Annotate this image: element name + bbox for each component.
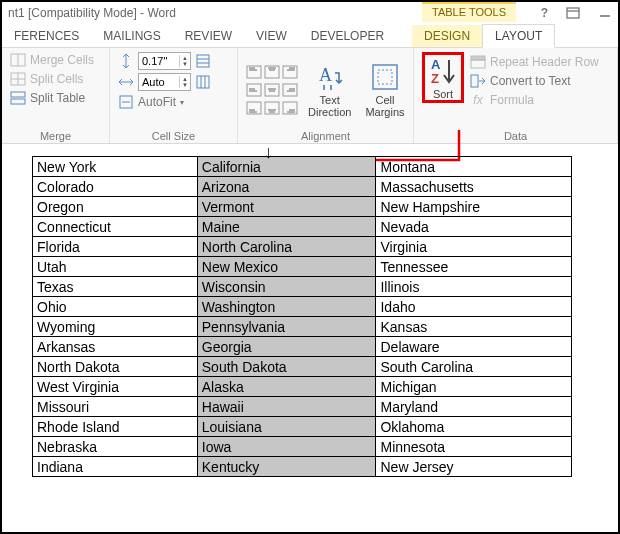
- ribbon: Merge Cells Split Cells Split Table Merg…: [2, 48, 618, 144]
- table-cell[interactable]: Wisconsin: [197, 277, 376, 297]
- table-cell[interactable]: Missouri: [33, 397, 198, 417]
- table-cell[interactable]: Illinois: [376, 277, 572, 297]
- table-cell[interactable]: Kansas: [376, 317, 572, 337]
- table-cell[interactable]: New York: [33, 157, 198, 177]
- tab-view[interactable]: VIEW: [244, 25, 299, 47]
- table-cell[interactable]: North Dakota: [33, 357, 198, 377]
- align-bot-left-icon[interactable]: [246, 100, 262, 116]
- distribute-rows-icon[interactable]: [195, 53, 211, 69]
- table-cell[interactable]: Iowa: [197, 437, 376, 457]
- split-table-button[interactable]: Split Table: [10, 90, 94, 106]
- align-bot-right-icon[interactable]: [282, 100, 298, 116]
- table-cell[interactable]: Washington: [197, 297, 376, 317]
- table-cell[interactable]: New Mexico: [197, 257, 376, 277]
- states-table[interactable]: New YorkCaliforniaMontanaColoradoArizona…: [32, 156, 572, 477]
- table-cell[interactable]: Texas: [33, 277, 198, 297]
- row-height-control[interactable]: ▲▼: [118, 52, 211, 70]
- table-cell[interactable]: California: [197, 157, 376, 177]
- tab-mailings[interactable]: MAILINGS: [91, 25, 172, 47]
- table-cell[interactable]: Idaho: [376, 297, 572, 317]
- autofit-button[interactable]: AutoFit ▾: [118, 94, 211, 110]
- table-cell[interactable]: Colorado: [33, 177, 198, 197]
- table-cell[interactable]: Maryland: [376, 397, 572, 417]
- table-row[interactable]: FloridaNorth CarolinaVirginia: [33, 237, 572, 257]
- distribute-cols-icon[interactable]: [195, 74, 211, 90]
- table-cell[interactable]: North Carolina: [197, 237, 376, 257]
- align-top-right-icon[interactable]: [282, 64, 298, 80]
- table-cell[interactable]: South Carolina: [376, 357, 572, 377]
- table-cell[interactable]: Nebraska: [33, 437, 198, 457]
- convert-to-text-button[interactable]: Convert to Text: [470, 73, 599, 89]
- sort-button[interactable]: A Z Sort: [422, 52, 464, 103]
- height-down[interactable]: ▼: [180, 61, 190, 67]
- table-cell[interactable]: Arkansas: [33, 337, 198, 357]
- align-top-center-icon[interactable]: [264, 64, 280, 80]
- table-row[interactable]: OregonVermontNew Hampshire: [33, 197, 572, 217]
- table-cell[interactable]: Utah: [33, 257, 198, 277]
- table-cell[interactable]: Pennsylvania: [197, 317, 376, 337]
- table-row[interactable]: North DakotaSouth DakotaSouth Carolina: [33, 357, 572, 377]
- table-cell[interactable]: New Jersey: [376, 457, 572, 477]
- help-icon[interactable]: ?: [541, 6, 548, 20]
- table-cell[interactable]: West Virginia: [33, 377, 198, 397]
- col-width-control[interactable]: ▲▼: [118, 73, 211, 91]
- table-cell[interactable]: Georgia: [197, 337, 376, 357]
- table-cell[interactable]: Delaware: [376, 337, 572, 357]
- table-cell[interactable]: Maine: [197, 217, 376, 237]
- table-row[interactable]: New YorkCaliforniaMontana: [33, 157, 572, 177]
- table-cell[interactable]: Louisiana: [197, 417, 376, 437]
- align-mid-left-icon[interactable]: [246, 82, 262, 98]
- table-cell[interactable]: South Dakota: [197, 357, 376, 377]
- table-cell[interactable]: Oklahoma: [376, 417, 572, 437]
- table-cell[interactable]: Michigan: [376, 377, 572, 397]
- tab-references[interactable]: FERENCES: [2, 25, 91, 47]
- table-row[interactable]: NebraskaIowaMinnesota: [33, 437, 572, 457]
- table-cell[interactable]: Florida: [33, 237, 198, 257]
- table-cell[interactable]: Oregon: [33, 197, 198, 217]
- table-cell[interactable]: Virginia: [376, 237, 572, 257]
- table-cell[interactable]: Nevada: [376, 217, 572, 237]
- row-height-input[interactable]: [139, 55, 179, 67]
- align-mid-right-icon[interactable]: [282, 82, 298, 98]
- table-cell[interactable]: Arizona: [197, 177, 376, 197]
- minimize-icon[interactable]: [598, 7, 612, 19]
- tab-table-layout[interactable]: LAYOUT: [482, 24, 555, 48]
- table-row[interactable]: ConnecticutMaineNevada: [33, 217, 572, 237]
- table-cell[interactable]: Montana: [376, 157, 572, 177]
- col-width-input[interactable]: [139, 76, 179, 88]
- table-row[interactable]: Rhode IslandLouisianaOklahoma: [33, 417, 572, 437]
- table-cell[interactable]: Massachusetts: [376, 177, 572, 197]
- table-cell[interactable]: Indiana: [33, 457, 198, 477]
- table-cell[interactable]: New Hampshire: [376, 197, 572, 217]
- tab-review[interactable]: REVIEW: [173, 25, 244, 47]
- table-row[interactable]: MissouriHawaiiMaryland: [33, 397, 572, 417]
- alignment-grid[interactable]: [246, 64, 298, 116]
- table-cell[interactable]: Connecticut: [33, 217, 198, 237]
- table-row[interactable]: IndianaKentuckyNew Jersey: [33, 457, 572, 477]
- tab-table-design[interactable]: DESIGN: [412, 25, 482, 47]
- align-mid-center-icon[interactable]: [264, 82, 280, 98]
- table-row[interactable]: UtahNew MexicoTennessee: [33, 257, 572, 277]
- table-row[interactable]: West VirginiaAlaskaMichigan: [33, 377, 572, 397]
- table-row[interactable]: WyomingPennsylvaniaKansas: [33, 317, 572, 337]
- table-cell[interactable]: Vermont: [197, 197, 376, 217]
- cell-margins-button[interactable]: Cell Margins: [361, 60, 408, 120]
- table-row[interactable]: ArkansasGeorgiaDelaware: [33, 337, 572, 357]
- table-cell[interactable]: Wyoming: [33, 317, 198, 337]
- table-cell[interactable]: Kentucky: [197, 457, 376, 477]
- table-cell[interactable]: Hawaii: [197, 397, 376, 417]
- align-bot-center-icon[interactable]: [264, 100, 280, 116]
- width-down[interactable]: ▼: [180, 82, 190, 88]
- align-top-left-icon[interactable]: [246, 64, 262, 80]
- tab-developer[interactable]: DEVELOPER: [299, 25, 396, 47]
- table-cell[interactable]: Minnesota: [376, 437, 572, 457]
- table-row[interactable]: ColoradoArizonaMassachusetts: [33, 177, 572, 197]
- table-cell[interactable]: Rhode Island: [33, 417, 198, 437]
- table-row[interactable]: OhioWashingtonIdaho: [33, 297, 572, 317]
- table-cell[interactable]: Tennessee: [376, 257, 572, 277]
- ribbon-display-options-icon[interactable]: [566, 7, 580, 19]
- table-row[interactable]: TexasWisconsinIllinois: [33, 277, 572, 297]
- table-cell[interactable]: Alaska: [197, 377, 376, 397]
- table-cell[interactable]: Ohio: [33, 297, 198, 317]
- text-direction-button[interactable]: A Text Direction: [304, 60, 355, 120]
